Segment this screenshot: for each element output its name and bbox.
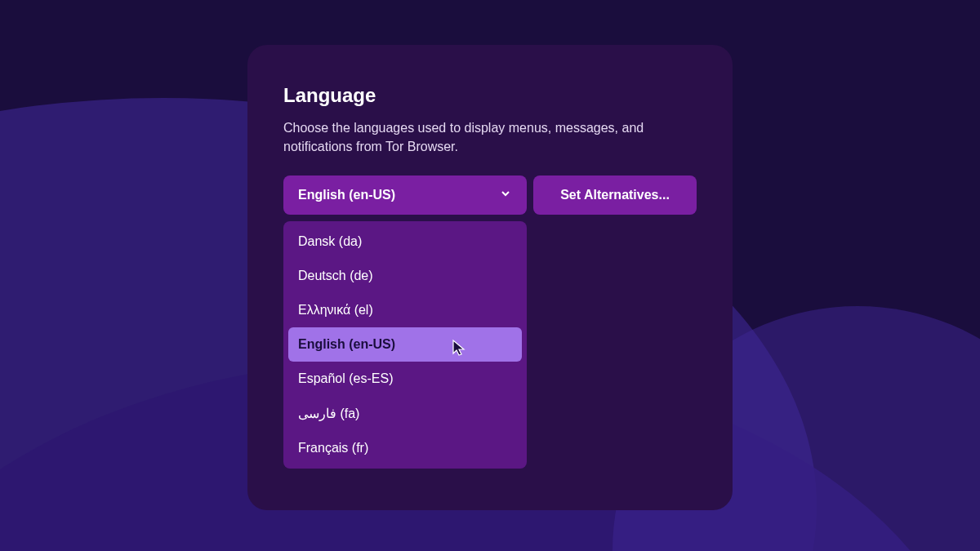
chevron-down-icon <box>499 187 512 203</box>
controls-row: English (en-US) Set Alternatives... <box>283 176 697 215</box>
language-option[interactable]: Deutsch (de) <box>283 259 527 293</box>
page-title: Language <box>283 84 697 107</box>
cursor-icon <box>452 339 466 357</box>
language-settings-card: Language Choose the languages used to di… <box>247 45 733 510</box>
language-option[interactable]: Français (fr) <box>283 431 527 465</box>
dropdown-selected-label: English (en-US) <box>298 188 395 202</box>
settings-description: Choose the languages used to display men… <box>283 118 659 156</box>
language-dropdown-button[interactable]: English (en-US) <box>283 176 527 215</box>
language-option[interactable]: English (en-US) <box>288 327 522 362</box>
language-dropdown-menu: Dansk (da)Deutsch (de)Ελληνικά (el)Engli… <box>283 221 527 469</box>
language-option[interactable]: Ελληνικά (el) <box>283 293 527 327</box>
set-alternatives-button[interactable]: Set Alternatives... <box>533 176 697 215</box>
language-option[interactable]: فارسى (fa) <box>283 396 527 431</box>
language-option[interactable]: Dansk (da) <box>283 224 527 259</box>
language-option[interactable]: Español (es-ES) <box>283 362 527 396</box>
